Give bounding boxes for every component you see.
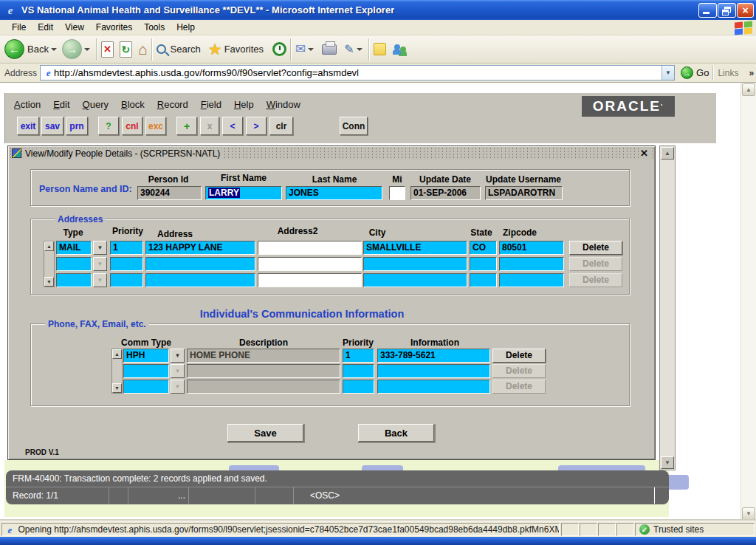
links-label[interactable]: Links: [718, 68, 738, 78]
comm-priority-field[interactable]: [343, 380, 374, 394]
form-window-titlebar[interactable]: View/Modify People Details - (SCRPERSN-N…: [9, 147, 654, 160]
search-button[interactable]: Search: [171, 44, 201, 55]
oracle-menu-action[interactable]: Action: [14, 99, 41, 110]
address-priority-field[interactable]: [110, 273, 143, 287]
address2-field[interactable]: [258, 273, 362, 287]
help-toolbar-button[interactable]: ?: [98, 117, 119, 135]
comm-information-field[interactable]: [377, 364, 490, 378]
scroll-up-icon[interactable]: ▲: [742, 83, 755, 96]
state-field[interactable]: [470, 273, 497, 287]
state-field[interactable]: [470, 257, 497, 271]
scroll-up-icon[interactable]: ▲: [112, 349, 122, 359]
zipcode-field[interactable]: 80501: [499, 241, 564, 255]
address2-field[interactable]: [258, 241, 362, 255]
address2-field[interactable]: [258, 257, 362, 271]
scroll-down-icon[interactable]: ▼: [112, 383, 122, 393]
address-type-field[interactable]: MAIL: [56, 241, 92, 255]
favorites-button[interactable]: Favorites: [224, 44, 264, 55]
forward-button[interactable]: →: [62, 39, 82, 59]
comm-priority-field[interactable]: 1: [343, 349, 374, 363]
address-priority-field[interactable]: [110, 257, 143, 271]
links-chevron-icon[interactable]: »: [749, 68, 754, 78]
mi-field[interactable]: [389, 186, 405, 200]
scroll-down-icon[interactable]: ▼: [661, 456, 674, 469]
update-username-field[interactable]: LSPADAROTRN: [485, 186, 563, 200]
back-button[interactable]: Back: [358, 424, 434, 442]
execute-toolbar-button[interactable]: exc: [145, 117, 166, 135]
print-toolbar-button[interactable]: prn: [66, 117, 88, 135]
back-dropdown-icon[interactable]: [51, 48, 57, 51]
comm-priority-field[interactable]: [343, 364, 374, 378]
comm-type-field[interactable]: [123, 380, 169, 394]
comm-information-field[interactable]: 333-789-5621: [377, 349, 490, 363]
form-close-icon[interactable]: ✕: [639, 148, 650, 159]
oracle-menu-field[interactable]: Field: [201, 99, 221, 110]
refresh-button[interactable]: ↻: [120, 41, 132, 58]
forward-dropdown-icon[interactable]: [84, 48, 90, 51]
oracle-menu-help[interactable]: Help: [234, 99, 254, 110]
menu-tools[interactable]: Tools: [138, 21, 171, 34]
city-field[interactable]: SMALLVILLE: [363, 241, 467, 255]
city-field[interactable]: [363, 257, 467, 271]
address-priority-field[interactable]: 1: [110, 241, 143, 255]
person-id-field[interactable]: 390244: [137, 186, 202, 200]
notes-button[interactable]: [374, 43, 386, 55]
comm-scrollbar[interactable]: ▲ ▼: [111, 349, 123, 394]
city-field[interactable]: [363, 273, 467, 287]
minimize-button[interactable]: [698, 3, 717, 18]
zipcode-field[interactable]: [499, 273, 564, 287]
clear-toolbar-button[interactable]: clr: [269, 117, 293, 135]
mail-dropdown-icon[interactable]: [308, 48, 314, 51]
address-dropdown-button[interactable]: ▼: [662, 66, 674, 80]
menu-favorites[interactable]: Favorites: [90, 21, 138, 34]
oracle-menu-window[interactable]: Window: [267, 99, 300, 110]
save-toolbar-button[interactable]: sav: [41, 117, 63, 135]
browser-scrollbar[interactable]: ▲ ▼: [740, 83, 756, 521]
scroll-up-icon[interactable]: ▲: [661, 147, 674, 160]
conn-button[interactable]: Conn: [340, 117, 368, 135]
addresses-scrollbar[interactable]: ▲ ▼: [44, 241, 55, 287]
last-name-field[interactable]: JONES: [286, 186, 382, 200]
menu-view[interactable]: View: [59, 21, 90, 34]
comm-type-dropdown-button[interactable]: ▼: [171, 349, 185, 363]
cancel-toolbar-button[interactable]: cnl: [122, 117, 142, 135]
comm-type-field[interactable]: [123, 364, 169, 378]
address-field[interactable]: 123 HAPPY LANE: [145, 241, 255, 255]
back-button[interactable]: ←: [4, 39, 24, 59]
address-field[interactable]: [145, 273, 255, 287]
edit-button[interactable]: ✎: [344, 42, 354, 56]
mail-button[interactable]: ✉: [295, 41, 306, 57]
insert-record-button[interactable]: +: [176, 117, 197, 135]
scroll-down-icon[interactable]: ▼: [742, 507, 755, 520]
applet-scrollbar[interactable]: ▲ ▼: [659, 145, 676, 470]
address-type-field[interactable]: [56, 257, 92, 271]
oracle-menu-block[interactable]: Block: [121, 99, 145, 110]
oracle-menu-query[interactable]: Query: [83, 99, 109, 110]
menu-edit[interactable]: Edit: [32, 21, 59, 34]
update-date-field[interactable]: 01-SEP-2006: [410, 186, 481, 200]
comm-information-field[interactable]: [377, 380, 490, 394]
remove-record-button[interactable]: x: [200, 117, 219, 135]
first-name-field[interactable]: LARRY: [205, 186, 282, 200]
history-button[interactable]: [272, 42, 286, 56]
edit-dropdown-icon[interactable]: [357, 48, 362, 51]
address-input[interactable]: [54, 66, 662, 79]
zipcode-field[interactable]: [499, 257, 564, 271]
delete-comm-button[interactable]: Delete: [492, 349, 546, 363]
close-button[interactable]: ×: [737, 3, 754, 18]
back-label[interactable]: Back: [27, 44, 49, 55]
home-button[interactable]: ⌂: [138, 41, 148, 58]
address-field[interactable]: [145, 257, 255, 271]
print-button[interactable]: [322, 44, 337, 55]
restore-button[interactable]: [718, 3, 736, 18]
previous-record-button[interactable]: <: [222, 117, 243, 135]
address-type-field[interactable]: [56, 273, 92, 287]
scroll-up-icon[interactable]: ▲: [44, 241, 54, 251]
menu-help[interactable]: Help: [171, 21, 201, 34]
type-dropdown-button[interactable]: ▼: [93, 241, 107, 255]
oracle-menu-record[interactable]: Record: [157, 99, 188, 110]
exit-button[interactable]: exit: [17, 117, 39, 135]
messenger-button[interactable]: [393, 44, 408, 55]
menu-file[interactable]: File: [6, 21, 32, 34]
save-button[interactable]: Save: [227, 424, 303, 442]
